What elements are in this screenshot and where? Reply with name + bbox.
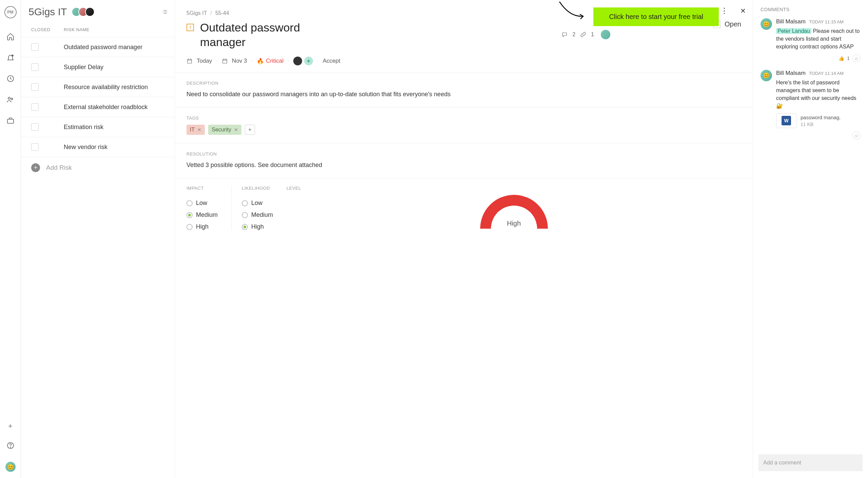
level-gauge: High (480, 195, 548, 229)
risk-row[interactable]: External stakeholder roadblock (21, 97, 175, 117)
link-icon (580, 32, 586, 38)
comment-avatar[interactable] (761, 70, 772, 81)
svg-point-6 (10, 447, 11, 448)
calendar-icon (222, 58, 228, 64)
list-view-icon[interactable] (162, 9, 168, 15)
add-reaction-icon[interactable]: ☺ (852, 131, 861, 140)
risk-name: Outdated password manager (64, 44, 142, 51)
comment-time: TODAY 11:15 AM (809, 19, 844, 24)
plus-icon: + (31, 163, 40, 172)
more-menu-icon[interactable]: ⋮ (721, 7, 728, 15)
close-icon[interactable]: ✕ (740, 7, 746, 15)
svg-point-2 (8, 97, 10, 99)
calendar-icon (186, 58, 193, 64)
likelihood-label: LIKELIHOOD (242, 186, 273, 191)
people-icon[interactable] (6, 96, 15, 105)
comment-author[interactable]: Bill Malsam (776, 18, 806, 25)
comments-panel: COMMENTS Bill Malsam TODAY 11:15 AM Pete… (753, 0, 868, 478)
free-trial-cta[interactable]: Click here to start your free trial (593, 7, 719, 26)
add-assignee-icon[interactable]: + (304, 57, 313, 65)
remove-tag-icon[interactable]: ✕ (234, 127, 238, 132)
comment-author[interactable]: Bill Malsam (776, 70, 806, 77)
app-logo[interactable]: PM (4, 6, 17, 18)
add-reaction-icon[interactable]: ☺ (852, 54, 861, 62)
risk-list-panel: 5Gigs IT CLOSED RISK NAME Outdated passw… (21, 0, 175, 478)
svg-point-3 (11, 98, 13, 100)
comment-time: TODAY 11:14 AM (809, 71, 844, 76)
cta-arrow-icon (556, 0, 587, 24)
home-icon[interactable] (6, 33, 15, 42)
close-checkbox[interactable] (31, 63, 39, 71)
add-tag-button[interactable]: + (245, 125, 255, 135)
likelihood-high[interactable]: High (242, 223, 273, 230)
warning-icon: ! (186, 24, 194, 31)
mention[interactable]: Peter Landau (776, 28, 811, 34)
impact-medium[interactable]: Medium (186, 211, 218, 219)
tag-chip[interactable]: Security✕ (208, 125, 241, 135)
risk-row[interactable]: Estimation risk (21, 117, 175, 137)
help-icon[interactable] (6, 441, 15, 451)
tags-label: TAGS (186, 116, 741, 121)
clock-icon[interactable] (6, 75, 15, 84)
column-closed: CLOSED (31, 27, 64, 32)
risk-row[interactable]: Outdated password manager (21, 37, 175, 57)
risk-name: Supplier Delay (64, 64, 103, 71)
resolution-text[interactable]: Vetted 3 possible options. See document … (186, 161, 741, 170)
risk-name: Resource availability restriction (64, 84, 148, 91)
svg-rect-4 (7, 119, 14, 123)
nav-rail: PM + (0, 0, 21, 478)
project-members[interactable] (74, 7, 95, 17)
flame-icon: 🔥 (257, 58, 264, 65)
attachment-name: password manag. (801, 115, 841, 120)
comment-icon (561, 32, 568, 38)
likelihood-low[interactable]: Low (242, 200, 273, 207)
comment-avatar[interactable] (761, 18, 772, 30)
priority-field[interactable]: 🔥 Critical (257, 58, 283, 65)
due-date[interactable]: Nov 3 (232, 58, 247, 64)
impact-label: IMPACT (186, 186, 218, 191)
risk-row[interactable]: Supplier Delay (21, 57, 175, 77)
assignees[interactable]: + (293, 57, 313, 65)
svg-point-0 (12, 55, 13, 56)
resolution-label: RESOLUTION (186, 151, 741, 157)
response-field[interactable]: Accept (323, 58, 340, 64)
description-text[interactable]: Need to consolidate our password manager… (186, 90, 741, 99)
close-checkbox[interactable] (31, 83, 39, 91)
attachment-size: 11 KB (801, 122, 841, 127)
close-checkbox[interactable] (31, 103, 39, 111)
comments-header: COMMENTS (753, 7, 868, 18)
thumbs-up-icon[interactable]: 👍 (839, 56, 844, 61)
close-checkbox[interactable] (31, 143, 39, 151)
risk-name: New vendor risk (64, 144, 107, 151)
user-avatar[interactable] (5, 462, 16, 472)
comment-reactions[interactable]: ☺ (776, 131, 861, 140)
tags-row: IT✕Security✕+ (186, 125, 741, 135)
add-comment-input[interactable]: Add a comment (758, 454, 863, 471)
remove-tag-icon[interactable]: ✕ (197, 127, 201, 132)
risk-title[interactable]: Outdated password manager (200, 20, 329, 49)
close-checkbox[interactable] (31, 123, 39, 131)
tag-chip[interactable]: IT✕ (186, 125, 205, 135)
impact-low[interactable]: Low (186, 200, 218, 207)
project-title: 5Gigs IT (28, 6, 67, 18)
comment-reactions[interactable]: 👍 1 ☺ (776, 54, 861, 62)
column-name: RISK NAME (64, 27, 90, 32)
risk-name: External stakeholder roadblock (64, 104, 147, 111)
owner-avatar[interactable] (601, 30, 610, 39)
level-label: LEVEL (287, 186, 301, 191)
risk-row[interactable]: Resource availability restriction (21, 77, 175, 97)
comment-text: Peter Landau Please reach out to the ven… (776, 27, 861, 51)
impact-high[interactable]: High (186, 223, 218, 230)
bell-icon[interactable] (6, 54, 15, 63)
add-risk-button[interactable]: + Add Risk (21, 157, 175, 178)
comment-item: Bill Malsam TODAY 11:14 AM Here's the li… (753, 70, 868, 147)
briefcase-icon[interactable] (6, 117, 15, 126)
created-date[interactable]: Today (197, 58, 212, 64)
risk-row[interactable]: New vendor risk (21, 137, 175, 157)
likelihood-medium[interactable]: Medium (242, 211, 273, 219)
add-icon[interactable]: + (8, 422, 13, 431)
svg-rect-7 (188, 59, 192, 63)
comment-attachment[interactable]: W password manag. 11 KB (776, 113, 861, 128)
close-checkbox[interactable] (31, 43, 39, 51)
comment-item: Bill Malsam TODAY 11:15 AM Peter Landau … (753, 18, 868, 70)
